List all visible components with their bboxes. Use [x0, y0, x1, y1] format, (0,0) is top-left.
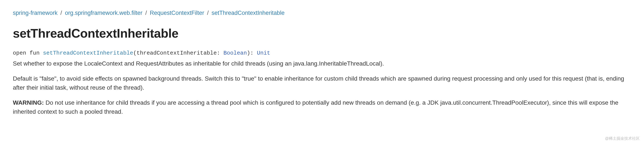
description-paragraph-1: Set whether to expose the LocaleContext …: [13, 59, 631, 68]
method-signature: open fun setThreadContextInheritable(thr…: [13, 49, 631, 57]
signature-return-sep: :: [250, 50, 257, 56]
description-paragraph-warning: WARNING: Do not use inheritance for chil…: [13, 98, 631, 116]
signature-method-name: setThreadContextInheritable: [43, 50, 133, 56]
signature-paren-close: ): [247, 50, 250, 56]
warning-text: Do not use inheritance for child threads…: [13, 99, 618, 115]
page-title: setThreadContextInheritable: [13, 24, 631, 43]
watermark: @稀土掘金技术社区: [605, 136, 640, 141]
warning-label: WARNING:: [13, 99, 44, 106]
signature-param-sep: :: [217, 50, 224, 56]
breadcrumb-link-root[interactable]: spring-framework: [13, 10, 58, 16]
breadcrumb: spring-framework / org.springframework.w…: [13, 9, 631, 17]
signature-param-type: Boolean: [224, 50, 247, 56]
signature-param-name: threadContextInheritable: [136, 50, 216, 56]
signature-paren-open: (: [133, 50, 137, 56]
description-paragraph-2: Default is "false", to avoid side effect…: [13, 74, 631, 92]
breadcrumb-separator: /: [207, 10, 209, 16]
breadcrumb-link-class[interactable]: RequestContextFilter: [150, 10, 204, 16]
breadcrumb-separator: /: [60, 10, 62, 16]
breadcrumb-separator: /: [145, 10, 147, 16]
breadcrumb-link-method[interactable]: setThreadContextInheritable: [212, 10, 284, 16]
breadcrumb-link-package[interactable]: org.springframework.web.filter: [65, 10, 142, 16]
signature-modifiers: open fun: [13, 50, 43, 56]
signature-return-type: Unit: [257, 50, 270, 56]
